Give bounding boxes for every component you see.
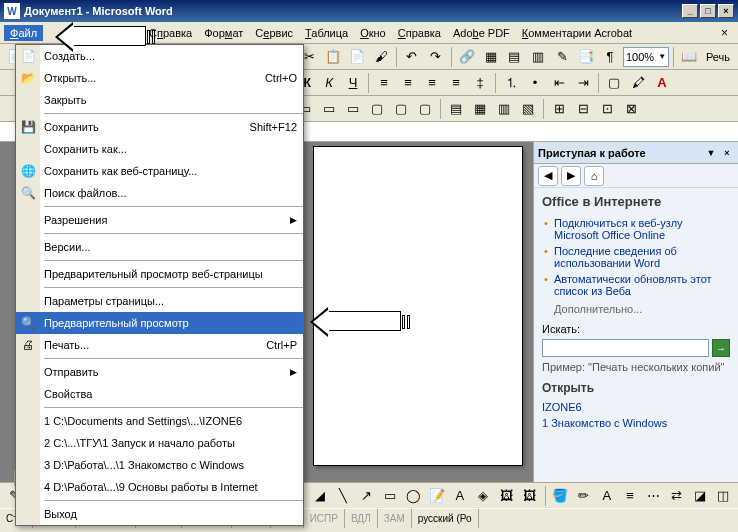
tb-icon-3[interactable]: ▭ — [342, 98, 364, 120]
menu-properties[interactable]: Свойства — [16, 383, 303, 405]
linecolor-icon[interactable]: ✏ — [573, 485, 594, 507]
paste-icon[interactable]: 📄 — [346, 46, 368, 68]
tb-icon-6[interactable]: ▢ — [414, 98, 436, 120]
dashstyle-icon[interactable]: ⋯ — [643, 485, 664, 507]
menu-open[interactable]: 📂Открыть...Ctrl+O — [16, 67, 303, 89]
textbox-icon[interactable]: 📝 — [426, 485, 447, 507]
tb-icon-4[interactable]: ▢ — [366, 98, 388, 120]
align-right-icon[interactable]: ≡ — [421, 72, 443, 94]
align-center-icon[interactable]: ≡ — [397, 72, 419, 94]
docmap-icon[interactable]: 📑 — [575, 46, 597, 68]
menu-recent-4[interactable]: 4 D:\Работа\...\9 Основы работы в Intern… — [16, 476, 303, 498]
menu-adobe-pdf[interactable]: Adobe PDF — [447, 25, 516, 41]
menu-print[interactable]: 🖨Печать...Ctrl+P — [16, 334, 303, 356]
fontcolor2-icon[interactable]: A — [596, 485, 617, 507]
redo-icon[interactable]: ↷ — [425, 46, 447, 68]
taskpane-dropdown-icon[interactable]: ▼ — [704, 146, 718, 160]
clipart-icon[interactable]: 🖼 — [496, 485, 517, 507]
fillcolor-icon[interactable]: 🪣 — [549, 485, 570, 507]
menu-printpreview[interactable]: 🔍Предварительный просмотр — [16, 312, 303, 334]
menu-help[interactable]: Справка — [392, 25, 447, 41]
tb-icon-12[interactable]: ⊟ — [572, 98, 594, 120]
picture-icon[interactable]: 🖼 — [519, 485, 540, 507]
menu-recent-2[interactable]: 2 C:\...\ТГУ\1 Запуск и начало работы — [16, 432, 303, 454]
tb-icon-13[interactable]: ⊡ — [596, 98, 618, 120]
menu-exit[interactable]: Выход — [16, 503, 303, 525]
nav-home-icon[interactable]: ⌂ — [584, 166, 604, 186]
numbering-icon[interactable]: ⒈ — [500, 72, 522, 94]
menu-file[interactable]: Файл — [4, 25, 43, 41]
tb-icon-7[interactable]: ▤ — [445, 98, 467, 120]
status-vdl[interactable]: ВДЛ — [345, 509, 378, 528]
search-go-icon[interactable]: → — [712, 339, 730, 357]
tb-icon-10[interactable]: ▧ — [517, 98, 539, 120]
shadow-icon[interactable]: ◪ — [689, 485, 710, 507]
taskpane-close-icon[interactable]: × — [720, 146, 734, 160]
3d-icon[interactable]: ◫ — [713, 485, 734, 507]
line-icon[interactable]: ╲ — [333, 485, 354, 507]
nav-forward-icon[interactable]: ▶ — [561, 166, 581, 186]
link-news[interactable]: Последние сведения об использовании Word — [542, 243, 730, 271]
wordart-icon[interactable]: A — [449, 485, 470, 507]
outdent-icon[interactable]: ⇤ — [548, 72, 570, 94]
showmarks-icon[interactable]: ¶ — [599, 46, 621, 68]
menu-recent-1[interactable]: 1 C:\Documents and Settings\...\IZONE6 — [16, 410, 303, 432]
link-connect[interactable]: Подключиться к веб-узлу Microsoft Office… — [542, 215, 730, 243]
minimize-button[interactable]: _ — [682, 4, 698, 18]
menu-window[interactable]: Окно — [354, 25, 392, 41]
font-color-icon[interactable]: A — [651, 72, 673, 94]
close-button[interactable]: × — [718, 4, 734, 18]
tb-icon-5[interactable]: ▢ — [390, 98, 412, 120]
undo-icon[interactable]: ↶ — [401, 46, 423, 68]
hyperlink-icon[interactable]: 🔗 — [456, 46, 478, 68]
nav-back-icon[interactable]: ◀ — [538, 166, 558, 186]
excel-icon[interactable]: ▤ — [504, 46, 526, 68]
copy-icon[interactable]: 📋 — [322, 46, 344, 68]
drawing-icon[interactable]: ✎ — [551, 46, 573, 68]
speech-label[interactable]: Речь — [702, 51, 734, 63]
status-ispr[interactable]: ИСПР — [304, 509, 345, 528]
diagram-icon[interactable]: ◈ — [473, 485, 494, 507]
autoshapes-icon[interactable]: ◢ — [309, 485, 330, 507]
tb-icon-2[interactable]: ▭ — [318, 98, 340, 120]
indent-icon[interactable]: ⇥ — [572, 72, 594, 94]
justify-icon[interactable]: ≡ — [445, 72, 467, 94]
menu-saveweb[interactable]: 🌐Сохранить как веб-страницу... — [16, 160, 303, 182]
menu-findfiles[interactable]: 🔍Поиск файлов... — [16, 182, 303, 204]
recent-file-1[interactable]: IZONE6 — [542, 399, 730, 415]
table-icon[interactable]: ▦ — [480, 46, 502, 68]
borders-icon[interactable]: ▢ — [603, 72, 625, 94]
align-left-icon[interactable]: ≡ — [373, 72, 395, 94]
link-autoupdate[interactable]: Автоматически обновлять этот список из В… — [542, 271, 730, 299]
menu-close[interactable]: Закрыть — [16, 89, 303, 111]
zoom-combo[interactable]: 100%▼ — [623, 47, 669, 67]
link-more[interactable]: Дополнительно... — [542, 303, 730, 315]
oval-icon[interactable]: ◯ — [403, 485, 424, 507]
maximize-button[interactable]: □ — [700, 4, 716, 18]
italic-icon[interactable]: К — [318, 72, 340, 94]
linestyle-icon[interactable]: ≡ — [619, 485, 640, 507]
recent-file-2[interactable]: 1 Знакомство с Windows — [542, 415, 730, 431]
menu-send[interactable]: Отправить▶ — [16, 361, 303, 383]
linespacing-icon[interactable]: ‡ — [469, 72, 491, 94]
tb-icon-9[interactable]: ▥ — [493, 98, 515, 120]
rectangle-icon[interactable]: ▭ — [379, 485, 400, 507]
format-painter-icon[interactable]: 🖌 — [370, 46, 392, 68]
menu-service[interactable]: Сервис — [249, 25, 299, 41]
menu-acrobat-comments[interactable]: Комментарии Acrobat — [516, 25, 638, 41]
search-input[interactable] — [542, 339, 709, 357]
status-lang[interactable]: русский (Ро — [412, 509, 479, 528]
underline-icon[interactable]: Ч — [342, 72, 364, 94]
tb-icon-11[interactable]: ⊞ — [548, 98, 570, 120]
highlight-icon[interactable]: 🖍 — [627, 72, 649, 94]
menu-save[interactable]: 💾СохранитьShift+F12 — [16, 116, 303, 138]
menu-saveas[interactable]: Сохранить как... — [16, 138, 303, 160]
bullets-icon[interactable]: • — [524, 72, 546, 94]
tb-icon-14[interactable]: ⊠ — [620, 98, 642, 120]
columns-icon[interactable]: ▥ — [527, 46, 549, 68]
tb-icon-8[interactable]: ▦ — [469, 98, 491, 120]
menu-permissions[interactable]: Разрешения▶ — [16, 209, 303, 231]
arrowstyle-icon[interactable]: ⇄ — [666, 485, 687, 507]
arrow-icon[interactable]: ↗ — [356, 485, 377, 507]
status-zam[interactable]: ЗАМ — [378, 509, 412, 528]
